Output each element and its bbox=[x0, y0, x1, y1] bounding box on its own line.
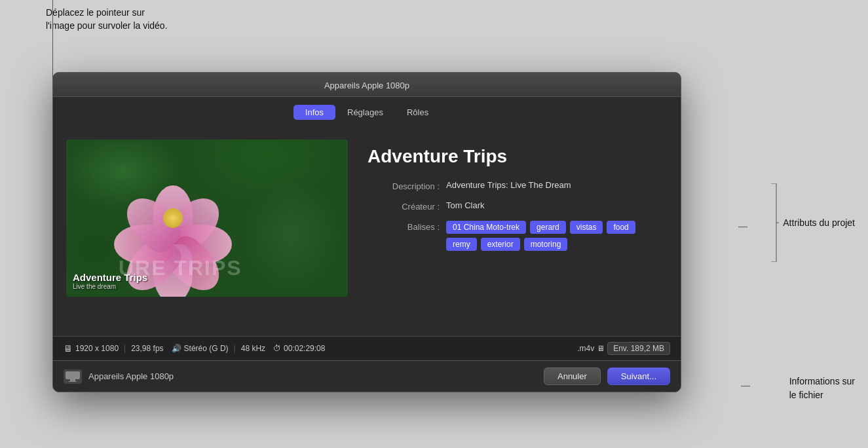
attributs-bracket-svg bbox=[767, 183, 779, 262]
resolution: 1920 x 1080 bbox=[75, 344, 119, 353]
freq: 48 kHz bbox=[241, 344, 265, 353]
fichier-label-line1: Informations sur bbox=[789, 376, 855, 386]
attributs-dash: — bbox=[738, 221, 747, 231]
cancel-button[interactable]: Annuler bbox=[544, 367, 601, 385]
fichier-annotation: Informations sur le fichier bbox=[789, 375, 855, 402]
footer-device-label: Appareils Apple 1080p bbox=[88, 371, 537, 381]
dialog-title: Appareils Apple 1080p bbox=[324, 81, 409, 90]
tags-row: Balises : 01 China Moto-trek gerard vist… bbox=[368, 221, 661, 251]
attributs-label: Attributs du projet bbox=[783, 217, 855, 228]
lotus-center bbox=[163, 208, 183, 228]
tags-container: 01 China Moto-trek gerard vistas food re… bbox=[446, 221, 661, 251]
audio: Stéréo (G D) bbox=[184, 344, 229, 353]
tag-3[interactable]: food bbox=[607, 221, 635, 234]
description-value: Adventure Trips: Live The Dream bbox=[446, 180, 661, 190]
description-label: Description : bbox=[368, 180, 440, 191]
device-svg bbox=[66, 371, 80, 382]
fichier-dash: — bbox=[741, 380, 750, 390]
tag-1[interactable]: gerard bbox=[530, 221, 566, 234]
footer-bar: Appareils Apple 1080p Annuler Suivant... bbox=[53, 360, 681, 392]
creator-label: Créateur : bbox=[368, 200, 440, 212]
fps: 23,98 fps bbox=[131, 344, 163, 353]
video-title-overlay: Adventure Trips Live the dream bbox=[73, 272, 147, 290]
tabs-bar: Infos Réglages Rôles bbox=[53, 97, 681, 126]
next-button[interactable]: Suivant... bbox=[607, 367, 670, 385]
sep1: | bbox=[124, 344, 126, 353]
tag-4[interactable]: remy bbox=[446, 238, 477, 251]
file-size-badge: Env. 189,2 MB bbox=[607, 342, 670, 355]
tab-infos[interactable]: Infos bbox=[293, 105, 335, 120]
svg-rect-2 bbox=[69, 381, 77, 382]
status-bar: 🖥 1920 x 1080 | 23,98 fps 🔊 Stéréo (G D)… bbox=[53, 336, 681, 360]
svg-rect-0 bbox=[66, 371, 80, 379]
project-title: Adventure Trips bbox=[368, 146, 661, 167]
video-thumbnail: URE TRIPS Adventure Trips Live the dream bbox=[66, 140, 348, 297]
annotation-top: Déplacez le pointeur sur l'image pour su… bbox=[46, 7, 177, 32]
monitor-icon-2: 🖥 bbox=[597, 344, 605, 353]
tag-0[interactable]: 01 China Moto-trek bbox=[446, 221, 526, 234]
annotation-top-line1: Déplacez le pointeur sur bbox=[46, 7, 145, 18]
fichier-label-line2: le fichier bbox=[789, 390, 823, 400]
creator-row: Créateur : Tom Clark bbox=[368, 200, 661, 212]
project-info: Adventure Trips Description : Adventure … bbox=[368, 140, 661, 323]
tab-roles[interactable]: Rôles bbox=[395, 105, 440, 120]
tag-2[interactable]: vistas bbox=[570, 221, 603, 234]
video-overlay-subtitle: Live the dream bbox=[73, 283, 147, 290]
monitor-icon: 🖥 bbox=[64, 343, 73, 354]
video-overlay-title: Adventure Trips bbox=[73, 272, 147, 283]
tag-5[interactable]: exterior bbox=[481, 238, 520, 251]
titlebar: Appareils Apple 1080p bbox=[53, 73, 681, 97]
creator-value: Tom Clark bbox=[446, 200, 661, 210]
duration: 00:02:29:08 bbox=[284, 344, 325, 353]
file-type: .m4v bbox=[577, 344, 594, 353]
tag-6[interactable]: motoring bbox=[524, 238, 568, 251]
clock-icon: ⏱ bbox=[273, 344, 281, 353]
description-row: Description : Adventure Trips: Live The … bbox=[368, 180, 661, 191]
annotation-top-line2: l'image pour survoler la vidéo. bbox=[46, 20, 168, 31]
dialog-window: Appareils Apple 1080p Infos Réglages Rôl… bbox=[52, 72, 681, 392]
tags-label: Balises : bbox=[368, 221, 440, 232]
sep2: | bbox=[234, 344, 236, 353]
svg-rect-1 bbox=[70, 379, 75, 381]
content-area: URE TRIPS Adventure Trips Live the dream… bbox=[53, 126, 681, 336]
audio-icon: 🔊 bbox=[172, 344, 181, 353]
lotus-flower bbox=[121, 166, 225, 271]
device-icon bbox=[64, 369, 82, 384]
attributs-annotation: Attributs du projet bbox=[767, 183, 855, 262]
tab-reglages[interactable]: Réglages bbox=[335, 105, 395, 120]
